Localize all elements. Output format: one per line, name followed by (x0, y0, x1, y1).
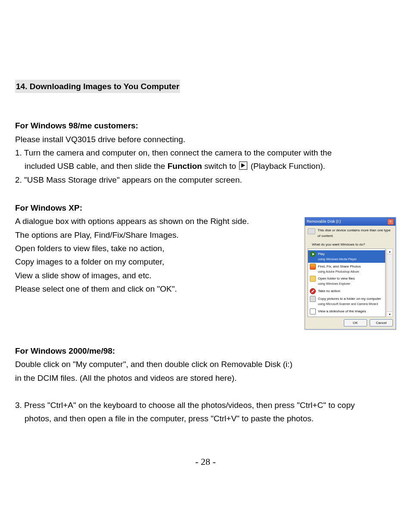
page-number: - 28 - (0, 454, 411, 470)
playback-icon (239, 162, 247, 170)
intro-text: Please install VQ3015 drive before conne… (15, 133, 396, 146)
step1-bold: Function (168, 162, 202, 171)
action-list[interactable]: Playusing Windows Media Player Find, Fix… (308, 249, 386, 317)
list-item[interactable]: Take no action (308, 287, 385, 295)
w2k-line1: Double click on "My computer", and then … (15, 358, 396, 371)
item-sub: using Windows Explorer (318, 281, 355, 286)
scanner-icon (310, 296, 316, 302)
drive-icon (308, 228, 315, 234)
step-2: 2. "USB Mass Storage drive" appears on t… (15, 173, 396, 187)
list-item[interactable]: Copy pictures to a folder on my computer… (308, 295, 385, 308)
list-item[interactable]: Find, Fix, and Share Photosusing Adobe P… (308, 263, 385, 275)
subheading-win98me: For Windows 98/me customers: (15, 119, 396, 132)
item-title: Play (318, 251, 357, 257)
slideshow-icon (310, 308, 316, 314)
dialog-titlebar[interactable]: Removable Disk (I:) × (305, 218, 395, 226)
item-sub: using Windows Media Player (318, 257, 357, 262)
ok-button[interactable]: OK (344, 319, 367, 327)
item-title: View a slideshow of the images (318, 308, 366, 314)
subheading-winxp: For Windows XP: (15, 201, 396, 215)
item-title: Open folder to view files (318, 276, 355, 281)
cancel-button[interactable]: Cancel (370, 319, 393, 327)
close-icon[interactable]: × (387, 219, 394, 225)
section-heading: 14. Downloading Images to You Computer (15, 80, 396, 93)
scroll-up-icon[interactable]: ▴ (387, 249, 392, 254)
dialog-title-text: Removable Disk (I:) (307, 218, 341, 225)
folder-icon (310, 276, 316, 282)
list-item[interactable]: Playusing Windows Media Player (308, 250, 385, 263)
step3-line2: photos, and then open a file in the comp… (15, 414, 314, 423)
item-title: Take no action (318, 288, 340, 294)
no-action-icon (310, 288, 316, 294)
step1-mid: switch to (202, 162, 238, 171)
step1-post: (Playback Function). (248, 162, 325, 171)
w2k-line2: in the DCIM files. (All the photos and v… (15, 371, 396, 385)
item-title: Copy pictures to a folder on my computer (318, 296, 381, 302)
step1-line1: 1. Turn the camera and computer on, then… (15, 148, 332, 157)
item-sub: using Microsoft Scanner and Camera Wizar… (318, 302, 381, 307)
list-item[interactable]: View a slideshow of the images (308, 308, 385, 315)
scroll-down-icon[interactable]: ▾ (387, 311, 392, 317)
step-1: 1. Turn the camera and computer on, then… (15, 146, 396, 173)
item-title: Find, Fix, and Share Photos (318, 264, 361, 269)
scrollbar[interactable]: ▴ ▾ (386, 249, 393, 317)
autoplay-dialog: Removable Disk (I:) × This disk or devic… (305, 217, 396, 330)
photoshop-icon (310, 264, 316, 270)
wmp-icon (310, 251, 316, 257)
item-sub: using Adobe Photoshop Album (318, 269, 361, 274)
dialog-message: This disk or device contains more than o… (318, 227, 393, 239)
list-item[interactable]: Open folder to view filesusing Windows E… (308, 275, 385, 287)
step3-line1: 3. Press "Ctrl+A" on the keyboard to cho… (15, 401, 355, 410)
step1-pre: included USB cable, and then slide the (25, 162, 168, 171)
subheading-win2000: For Windows 2000/me/98: (15, 344, 396, 358)
step-3: 3. Press "Ctrl+A" on the keyboard to cho… (15, 398, 396, 426)
dialog-prompt: What do you want Windows to do? (312, 242, 393, 247)
